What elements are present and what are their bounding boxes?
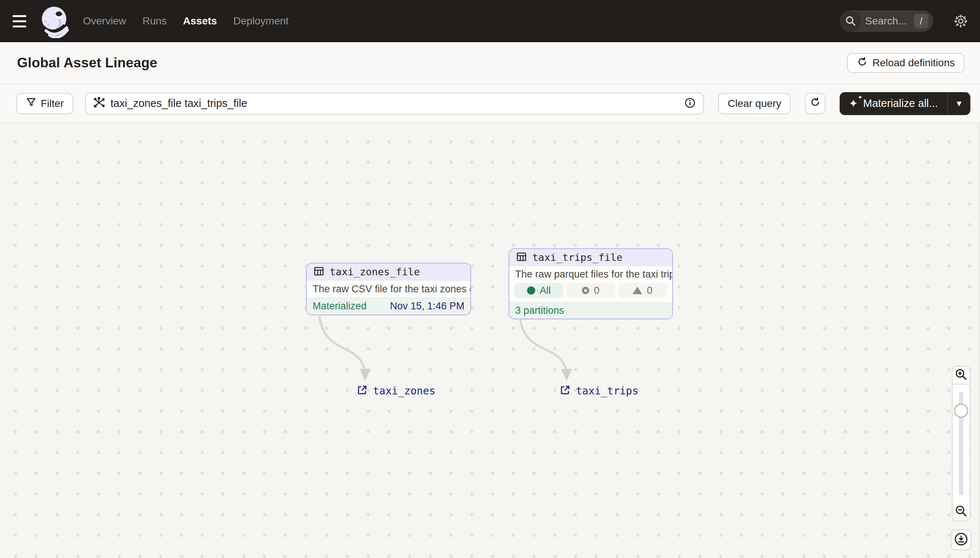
asset-name: taxi_trips_file [532,252,623,263]
zoom-slider[interactable] [952,384,970,503]
page-header: Global Asset Lineage Reload definitions [0,42,980,84]
external-asset-name: taxi_trips [576,385,639,397]
partitions-missing-pill[interactable]: 0 [618,283,667,298]
partitions-missing-count: 0 [647,285,652,296]
page-title: Global Asset Lineage [17,55,157,71]
nav-item-overview[interactable]: Overview [83,15,126,27]
asset-name: taxi_zones_file [329,266,420,277]
global-search[interactable]: Search... / [840,10,933,32]
green-dot-icon [527,286,535,295]
zoom-in-button[interactable] [952,366,970,384]
nav-item-assets[interactable]: Assets [183,15,217,27]
materialize-all-button[interactable]: ✦✦ Materialize all... [840,92,947,115]
lineage-edges [0,123,980,558]
lineage-canvas[interactable]: taxi_zones_file The raw CSV file for the… [0,123,980,558]
partitions-failed-pill[interactable]: 0 [566,283,615,298]
funnel-icon [26,97,36,110]
refresh-graph-button[interactable] [805,93,825,114]
clear-query-label: Clear query [728,98,781,110]
asset-description: The raw parquet files for the taxi trips… [509,266,672,282]
materialize-dropdown-caret[interactable]: ▾ [947,92,970,115]
zoom-slider-handle[interactable] [954,404,968,418]
external-asset-taxi-trips[interactable]: taxi_trips [560,384,639,397]
lineage-toolbar: Filter Clear query [0,84,980,123]
reload-definitions-label: Reload definitions [872,57,955,69]
top-nav: Overview Runs Assets Deployment Search..… [0,0,980,42]
filter-label: Filter [41,98,64,110]
nav-item-runs[interactable]: Runs [143,15,167,27]
gray-triangle-icon [632,287,642,294]
materialized-timestamp[interactable]: Nov 15, 1:46 PM [390,300,464,312]
settings-gear-icon[interactable] [953,13,969,29]
zoom-in-icon [955,368,967,382]
asset-node-taxi-trips-file[interactable]: taxi_trips_file The raw parquet files fo… [509,248,673,319]
external-link-icon [357,384,368,397]
zoom-out-button[interactable] [952,503,970,521]
partition-count-label: 3 partitions [515,305,564,317]
search-icon [841,11,861,31]
partitions-failed-count: 0 [594,285,599,296]
external-link-icon [560,384,571,397]
external-asset-name: taxi_zones [373,385,436,397]
download-circle-icon [954,532,968,548]
canvas-scrollbar[interactable] [978,123,980,558]
nav-menu: Overview Runs Assets Deployment [83,15,288,27]
asset-selection-input-wrap [85,92,704,115]
partitions-materialized-pill[interactable]: All [514,283,563,298]
asset-description: The raw CSV file for the taxi zones dat.… [307,281,470,297]
search-shortcut-badge: / [914,14,928,28]
zoom-controls [952,366,970,550]
materialize-all-label: Materialize all... [863,97,938,110]
gray-ring-icon [582,287,589,294]
materialize-all-split-button: ✦✦ Materialize all... ▾ [840,92,970,115]
nav-item-deployment[interactable]: Deployment [233,15,288,27]
external-asset-taxi-zones[interactable]: taxi_zones [357,384,436,397]
reload-definitions-button[interactable]: Reload definitions [847,53,964,73]
clear-query-button[interactable]: Clear query [718,93,791,114]
asset-selection-input[interactable] [110,97,679,110]
refresh-icon [810,97,821,110]
asset-node-taxi-zones-file[interactable]: taxi_zones_file The raw CSV file for the… [306,263,471,315]
partition-health-row: All 0 0 [509,282,672,302]
sparkle-icon: ✦✦ [848,98,858,109]
dagster-logo-icon[interactable] [38,4,70,38]
filter-button[interactable]: Filter [16,93,73,114]
refresh-icon [856,56,868,70]
zoom-out-icon [955,505,967,519]
materialized-status: Materialized [313,300,367,312]
partitions-all-label: All [540,285,551,296]
hamburger-menu-icon[interactable] [9,8,35,34]
info-icon[interactable] [684,97,696,110]
op-selection-icon [92,97,105,111]
table-icon [516,251,527,264]
download-view-button[interactable] [951,530,972,550]
table-icon [313,266,324,278]
search-placeholder: Search... [865,15,907,27]
